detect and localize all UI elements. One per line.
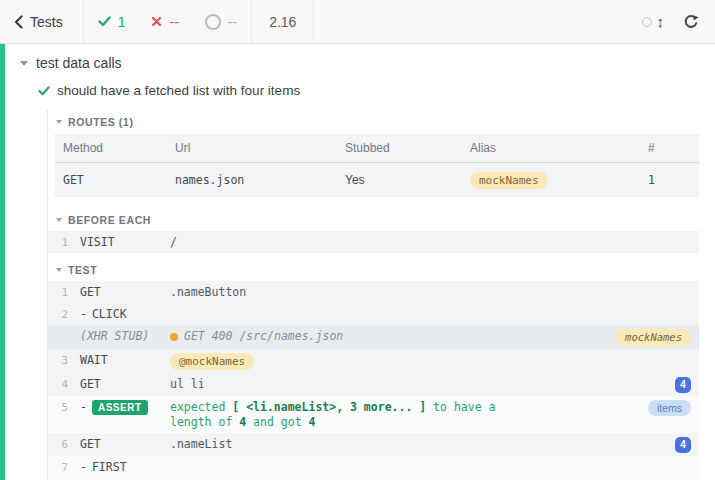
command-row[interactable]: 3 WAIT @mockNames xyxy=(48,349,699,373)
command-row[interactable]: 6 GET .nameList 4 xyxy=(48,433,699,456)
rerun-tests-button[interactable] xyxy=(683,14,699,30)
test-title: should have a fetched list with four ite… xyxy=(57,83,300,98)
route-url: names.json xyxy=(175,173,345,187)
command-name: GET xyxy=(80,285,170,300)
before-each-section-header[interactable]: BEFORE EACH xyxy=(48,209,699,231)
assert-badge: ASSERT xyxy=(92,400,148,415)
xhr-stub-label: (XHR STUB) xyxy=(80,329,149,344)
cypress-reporter: Tests 1 -- -- 2.16 ↕ xyxy=(0,0,715,480)
command-number: 6 xyxy=(48,437,68,452)
command-message: @mockNames xyxy=(170,353,699,370)
command-number: 1 xyxy=(48,235,68,250)
routes-table-header: Method Url Stubbed Alias # xyxy=(55,134,699,163)
before-each-label: BEFORE EACH xyxy=(68,214,151,226)
command-row[interactable]: 4 GET ul li 4 xyxy=(48,373,699,396)
failed-count: -- xyxy=(169,14,178,30)
command-number: 1 xyxy=(48,285,68,300)
suite-title: test data calls xyxy=(36,55,122,71)
command-number: 7 xyxy=(48,460,68,475)
routes-section-header[interactable]: ROUTES (1) xyxy=(48,111,699,133)
command-row[interactable]: 7 -FIRST xyxy=(48,456,699,478)
duration-box: 2.16 xyxy=(251,0,314,43)
command-number: 2 xyxy=(48,307,68,322)
xhr-request-text: GET 400 /src/names.json xyxy=(184,329,343,344)
auto-scroll-toggle[interactable]: ↕ xyxy=(642,14,665,29)
stat-passed: 1 xyxy=(98,14,126,30)
assert-message-cell: expected [ <li.nameList>, 3 more... ] to… xyxy=(170,400,648,430)
command-name: GET xyxy=(80,437,170,452)
command-message: .nameList xyxy=(170,437,675,452)
route-stubbed: Yes xyxy=(345,173,470,187)
col-method: Method xyxy=(63,141,175,155)
col-stubbed: Stubbed xyxy=(345,141,470,155)
reporter-header: Tests 1 -- -- 2.16 ↕ xyxy=(0,0,715,44)
row-right: items xyxy=(648,400,699,416)
col-count: # xyxy=(648,141,699,155)
command-name: -CLICK xyxy=(80,307,170,322)
chevron-left-icon xyxy=(14,15,23,29)
route-alias-cell: mockNames xyxy=(470,173,648,187)
collapse-caret-icon xyxy=(56,120,62,124)
command-row[interactable]: 1 GET .nameButton xyxy=(48,281,699,303)
command-message: / xyxy=(170,235,699,250)
routes-table: Method Url Stubbed Alias # GET names.jso… xyxy=(55,134,699,197)
command-number: 3 xyxy=(48,353,68,368)
route-row: GET names.json Yes mockNames 1 xyxy=(55,163,699,197)
test-body: ROUTES (1) Method Url Stubbed Alias # GE… xyxy=(47,111,699,480)
passed-count: 1 xyxy=(118,14,126,30)
command-name: GET xyxy=(80,377,170,392)
refresh-icon xyxy=(683,14,699,30)
command-row-visit[interactable]: 1 VISIT / xyxy=(48,231,699,253)
test-section-header[interactable]: TEST xyxy=(48,259,699,281)
test-passed-check-icon xyxy=(38,86,50,96)
routes-section-label: ROUTES (1) xyxy=(68,116,134,128)
col-url: Url xyxy=(175,141,345,155)
pending-count: -- xyxy=(228,14,237,30)
check-icon xyxy=(98,16,111,27)
xhr-alias-badge: mockNames xyxy=(616,329,691,346)
row-right: mockNames xyxy=(616,329,699,346)
command-name: WAIT xyxy=(80,353,170,368)
xhr-stub-dot-icon xyxy=(170,333,178,341)
command-number: 4 xyxy=(48,377,68,392)
collapse-caret-icon xyxy=(20,61,28,66)
element-count-badge: 4 xyxy=(675,377,691,393)
up-down-arrow-icon: ↕ xyxy=(657,14,665,29)
command-name: -ASSERT xyxy=(80,400,170,415)
row-right: 4 xyxy=(675,377,699,393)
command-name: -FIRST xyxy=(80,460,170,475)
element-count-badge: 4 xyxy=(675,437,691,453)
command-name: VISIT xyxy=(80,235,170,250)
route-alias-badge: mockNames xyxy=(470,172,548,189)
collapse-caret-icon xyxy=(56,218,62,222)
command-number: 5 xyxy=(48,400,68,415)
wait-alias-badge: @mockNames xyxy=(170,353,254,370)
stat-failed: -- xyxy=(151,14,178,30)
items-alias-badge: items xyxy=(648,400,691,416)
command-message: .nameButton xyxy=(170,285,699,300)
back-to-tests-button[interactable]: Tests xyxy=(0,0,84,43)
route-count: 1 xyxy=(648,173,699,187)
test-section-label: TEST xyxy=(68,264,97,276)
test-passed-bar xyxy=(0,44,5,480)
collapse-caret-icon xyxy=(56,268,62,272)
back-label: Tests xyxy=(30,14,63,30)
xhr-stub-row[interactable]: (XHR STUB) GET 400 /src/names.json mockN… xyxy=(48,325,699,349)
test-stats: 1 -- -- xyxy=(84,0,251,43)
assert-row[interactable]: 5 -ASSERT expected [ <li.nameList>, 3 mo… xyxy=(48,396,699,433)
header-controls: ↕ xyxy=(642,0,715,43)
col-alias: Alias xyxy=(470,141,648,155)
stat-pending: -- xyxy=(205,14,237,30)
xhr-stub-label-cell: (XHR STUB) xyxy=(80,329,170,344)
scroll-circle-icon xyxy=(642,17,652,27)
row-right: 4 xyxy=(675,437,699,453)
pending-circle-icon xyxy=(205,14,221,30)
command-row[interactable]: 2 -CLICK xyxy=(48,303,699,325)
x-icon xyxy=(151,16,162,27)
suite-header[interactable]: test data calls xyxy=(0,44,715,71)
route-method: GET xyxy=(63,173,175,187)
command-message: ul li xyxy=(170,377,675,392)
duration-value: 2.16 xyxy=(269,14,296,30)
test-header[interactable]: should have a fetched list with four ite… xyxy=(0,71,715,107)
xhr-message: GET 400 /src/names.json xyxy=(170,329,616,344)
